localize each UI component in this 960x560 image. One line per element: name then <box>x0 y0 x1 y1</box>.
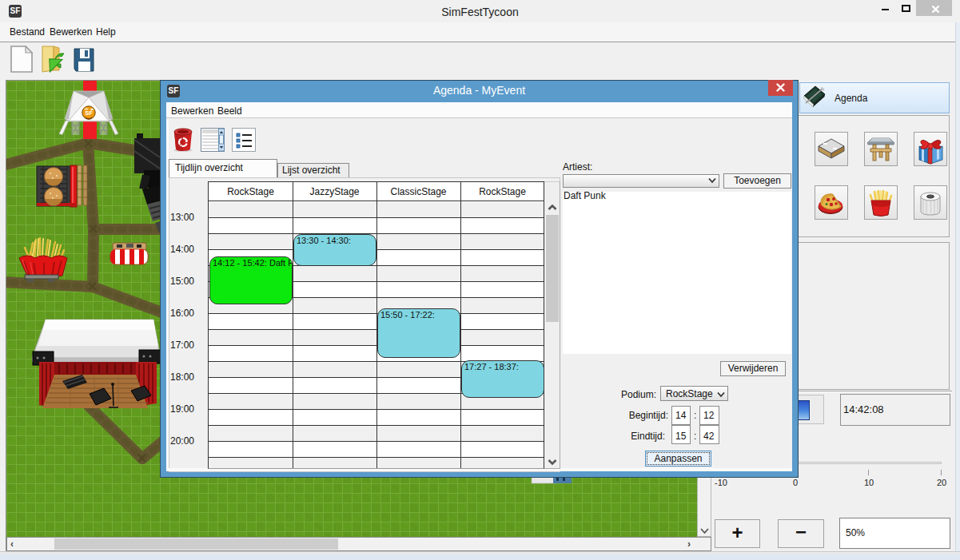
svg-text:SF: SF <box>85 109 93 117</box>
